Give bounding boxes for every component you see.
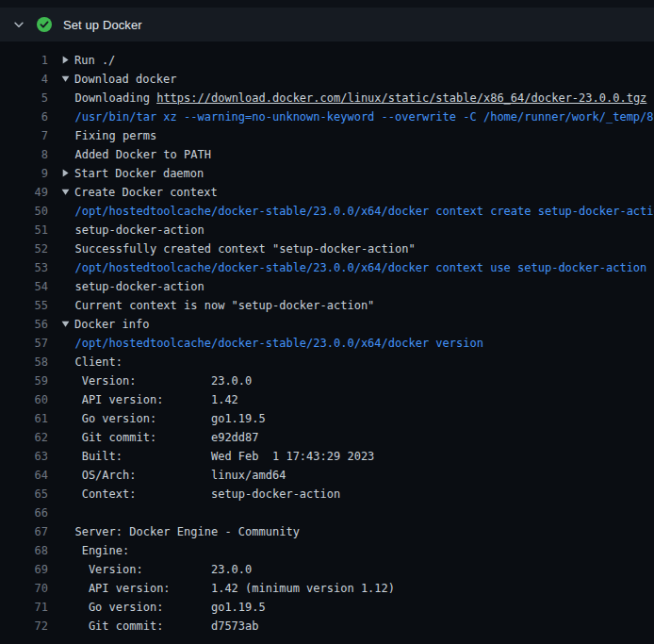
line-number[interactable]: 56	[0, 315, 48, 334]
log-line: 72 Git commit: d7573ab	[0, 617, 654, 636]
log-line: 8 Added Docker to PATH	[0, 145, 654, 164]
log-container: 1Run ./4Download docker5 Downloading htt…	[0, 41, 654, 644]
log-text: Context: setup-docker-action	[48, 485, 340, 504]
group-label: Download docker	[74, 73, 176, 86]
line-number[interactable]: 72	[0, 617, 48, 636]
log-line: 71 Go version: go1.19.5	[0, 598, 654, 617]
log-text: Added Docker to PATH	[48, 145, 211, 164]
line-number[interactable]: 66	[0, 504, 48, 522]
line-number[interactable]: 60	[0, 390, 48, 409]
line-number[interactable]: 49	[0, 183, 48, 202]
line-number[interactable]: 71	[0, 598, 48, 617]
line-number[interactable]: 52	[0, 239, 48, 258]
log-text: Version: 23.0.0	[48, 560, 252, 579]
line-number[interactable]: 51	[0, 221, 48, 239]
log-line: 58 Client:	[0, 353, 654, 372]
line-number[interactable]: 9	[0, 164, 48, 183]
log-group-line[interactable]: 49Create Docker context	[0, 183, 654, 202]
line-number[interactable]: 62	[0, 428, 48, 447]
log-group-line[interactable]: 4Download docker	[0, 70, 654, 89]
log-text: Start Docker daemon	[48, 164, 204, 183]
triangle-down-icon[interactable]	[61, 183, 74, 202]
chevron-down-icon[interactable]	[12, 18, 25, 31]
log-line: 55 Current context is now "setup-docker-…	[0, 296, 654, 315]
log-text: Go version: go1.19.5	[48, 598, 266, 617]
triangle-down-icon[interactable]	[61, 70, 74, 89]
log-text: setup-docker-action	[48, 277, 204, 296]
group-label: Docker info	[74, 318, 149, 331]
group-label: Create Docker context	[74, 186, 218, 199]
line-number[interactable]: 59	[0, 372, 48, 390]
log-line: 50 /opt/hostedtoolcache/docker-stable/23…	[0, 202, 654, 221]
line-number[interactable]: 64	[0, 466, 48, 485]
log-line: 6 /usr/bin/tar xz --warning=no-unknown-k…	[0, 107, 654, 126]
log-line: 66	[0, 504, 654, 522]
log-line: 7 Fixing perms	[0, 126, 654, 145]
line-number[interactable]: 57	[0, 334, 48, 353]
log-text-segment: Downloading	[61, 91, 156, 105]
log-text	[48, 504, 61, 522]
line-number[interactable]: 6	[0, 107, 48, 126]
line-number[interactable]: 1	[0, 51, 48, 70]
actions-log-viewer: Set up Docker 1Run ./4Download docker5 D…	[0, 8, 654, 644]
log-line: 61 Go version: go1.19.5	[0, 409, 654, 428]
log-line: 63 Built: Wed Feb 1 17:43:29 2023	[0, 447, 654, 466]
log-command-text: /usr/bin/tar xz --warning=no-unknown-key…	[48, 107, 654, 126]
log-line: 69 Version: 23.0.0	[0, 560, 654, 579]
step-header[interactable]: Set up Docker	[0, 8, 654, 41]
triangle-right-icon[interactable]	[61, 51, 74, 70]
log-text: API version: 1.42 (minimum version 1.12)	[48, 579, 395, 598]
triangle-right-icon[interactable]	[61, 164, 74, 183]
line-number[interactable]: 58	[0, 353, 48, 372]
log-link[interactable]: https://download.docker.com/linux/static…	[156, 91, 646, 105]
log-text: Fixing perms	[48, 126, 156, 145]
line-number[interactable]: 61	[0, 409, 48, 428]
check-circle-icon	[37, 17, 52, 32]
log-line: 52 Successfully created context "setup-d…	[0, 239, 654, 258]
log-text: Run ./	[48, 51, 115, 70]
line-number[interactable]: 55	[0, 296, 48, 315]
log-line: 59 Version: 23.0.0	[0, 372, 654, 390]
log-group-line[interactable]: 1Run ./	[0, 51, 654, 70]
line-number[interactable]: 54	[0, 277, 48, 296]
log-line: 51 setup-docker-action	[0, 221, 654, 239]
line-number[interactable]: 8	[0, 145, 48, 164]
log-group-line[interactable]: 9Start Docker daemon	[0, 164, 654, 183]
log-text: Current context is now "setup-docker-act…	[48, 296, 374, 315]
log-text: Create Docker context	[48, 183, 218, 202]
log-text: setup-docker-action	[48, 221, 204, 239]
log-text: Go version: go1.19.5	[48, 409, 266, 428]
log-line: 65 Context: setup-docker-action	[0, 485, 654, 504]
log-text: API version: 1.42	[48, 390, 238, 409]
group-label: Start Docker daemon	[74, 167, 204, 180]
log-text: Server: Docker Engine - Community	[48, 522, 300, 541]
log-text: Engine:	[48, 541, 129, 560]
log-line: 53 /opt/hostedtoolcache/docker-stable/23…	[0, 258, 654, 277]
log-text: Docker info	[48, 315, 149, 334]
line-number[interactable]: 67	[0, 522, 48, 541]
log-line: 5 Downloading https://download.docker.co…	[0, 89, 654, 107]
line-number[interactable]: 69	[0, 560, 48, 579]
log-command-text: /opt/hostedtoolcache/docker-stable/23.0.…	[48, 334, 483, 353]
log-command-text: /opt/hostedtoolcache/docker-stable/23.0.…	[48, 258, 646, 277]
line-number[interactable]: 63	[0, 447, 48, 466]
log-line: 70 API version: 1.42 (minimum version 1.…	[0, 579, 654, 598]
log-group-line[interactable]: 56Docker info	[0, 315, 654, 334]
log-line: 62 Git commit: e92dd87	[0, 428, 654, 447]
line-number[interactable]: 53	[0, 258, 48, 277]
log-text: Git commit: e92dd87	[48, 428, 259, 447]
log-text: Built: Wed Feb 1 17:43:29 2023	[48, 447, 374, 466]
log-text: Client:	[48, 353, 123, 372]
line-number[interactable]: 65	[0, 485, 48, 504]
line-number[interactable]: 7	[0, 126, 48, 145]
line-number[interactable]: 70	[0, 579, 48, 598]
line-number[interactable]: 5	[0, 89, 48, 107]
line-number[interactable]: 68	[0, 541, 48, 560]
log-text: Successfully created context "setup-dock…	[48, 239, 416, 258]
line-number[interactable]: 50	[0, 202, 48, 221]
log-text: OS/Arch: linux/amd64	[48, 466, 286, 485]
log-line: 67 Server: Docker Engine - Community	[0, 522, 654, 541]
log-text: Git commit: d7573ab	[48, 617, 259, 636]
triangle-down-icon[interactable]	[61, 315, 74, 334]
line-number[interactable]: 4	[0, 70, 48, 89]
